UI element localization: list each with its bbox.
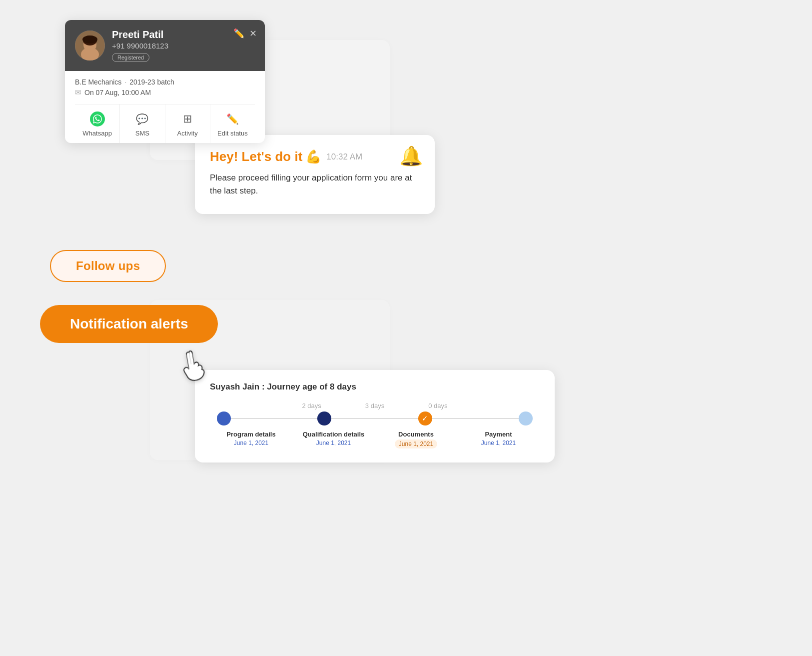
contact-badge: Registered (112, 53, 149, 62)
contact-actions: Whatsapp 💬 SMS ⊞ Activity ✏️ Edit status (75, 104, 255, 143)
step-2-label: Qualification details June 1, 2021 (292, 430, 375, 448)
step-1-name: Program details (210, 430, 292, 438)
step-4-date: June 1, 2021 (457, 440, 540, 446)
step-2-date: June 1, 2021 (292, 440, 375, 446)
close-icon[interactable]: ✕ (249, 28, 257, 39)
contact-header: Preeti Patil +91 9900018123 Registered ✏… (65, 20, 265, 71)
separator: · (124, 78, 126, 86)
tl-line-1 (231, 418, 317, 419)
program-name: B.E Mechanics (75, 78, 121, 86)
contact-phone: +91 9900018123 (112, 42, 255, 50)
whatsapp-icon (90, 112, 105, 126)
follow-ups-section: Follow ups (50, 250, 166, 282)
notification-alerts-button[interactable]: Notification alerts (40, 305, 218, 343)
whatsapp-label: Whatsapp (82, 130, 112, 137)
svg-point-4 (82, 36, 97, 44)
edit-status-icon: ✏️ (225, 112, 240, 126)
journey-card: Suyash Jain : Journey age of 8 days 2 da… (195, 370, 555, 462)
sms-label: SMS (135, 130, 149, 137)
days-between-3: 0 days (406, 402, 469, 410)
whatsapp-button[interactable]: Whatsapp (75, 104, 120, 143)
avatar (75, 30, 105, 60)
step-3-name: Documents (375, 430, 457, 438)
sms-icon: 💬 (135, 112, 150, 126)
journey-timeline: 2 days 3 days 0 days ✓ Program details J (210, 402, 540, 448)
step-2-name: Qualification details (292, 430, 375, 438)
meeting-date: On 07 Aug, 10:00 AM (84, 88, 151, 96)
days-between-2: 3 days (343, 402, 406, 410)
step-4-label: Payment June 1, 2021 (457, 430, 540, 448)
notif-emoji: 💪 (305, 149, 321, 164)
email-icon: ✉ (75, 88, 81, 97)
step-dot-2 (317, 412, 331, 426)
program-row: B.E Mechanics · 2019-23 batch (75, 78, 255, 86)
step-3-date: June 1, 2021 (395, 440, 437, 448)
edit-status-button[interactable]: ✏️ Edit status (210, 104, 255, 143)
activity-button[interactable]: ⊞ Activity (165, 104, 210, 143)
contact-body: B.E Mechanics · 2019-23 batch ✉ On 07 Au… (65, 71, 265, 143)
edit-icon[interactable]: ✏️ (233, 28, 244, 39)
bell-icon: 🔔 (399, 145, 423, 167)
step-dot-3: ✓ (418, 412, 432, 426)
activity-label: Activity (177, 130, 198, 137)
follow-ups-button[interactable]: Follow ups (50, 250, 166, 282)
contact-card: Preeti Patil +91 9900018123 Registered ✏… (65, 20, 265, 143)
tl-line-3 (432, 418, 519, 419)
days-1 (217, 402, 280, 410)
edit-status-label: Edit status (217, 130, 248, 137)
step-4-name: Payment (457, 430, 540, 438)
step-dot-4 (519, 412, 533, 426)
sms-button[interactable]: 💬 SMS (120, 104, 165, 143)
step-3-label: Documents June 1, 2021 (375, 430, 457, 448)
step-1-label: Program details June 1, 2021 (210, 430, 292, 448)
notif-title-row: Hey! Let's do it 💪 10:32 AM (210, 149, 420, 164)
step-1-date: June 1, 2021 (210, 440, 292, 446)
batch-name: 2019-23 batch (129, 78, 174, 86)
notif-time: 10:32 AM (326, 152, 362, 162)
journey-title: Suyash Jain : Journey age of 8 days (210, 382, 540, 392)
notif-title: Hey! Let's do it (210, 149, 302, 164)
step-dot-1 (217, 412, 231, 426)
notif-body: Please proceed filling your application … (210, 172, 420, 198)
tl-line-2 (331, 418, 418, 419)
notification-card: 🔔 Hey! Let's do it 💪 10:32 AM Please pro… (195, 135, 435, 214)
meeting-row: ✉ On 07 Aug, 10:00 AM (75, 88, 255, 97)
activity-icon: ⊞ (180, 112, 195, 126)
notification-alerts-section: Notification alerts (40, 305, 218, 343)
days-between-1: 2 days (280, 402, 343, 410)
contact-header-icons: ✏️ ✕ (233, 28, 257, 39)
days-4 (470, 402, 533, 410)
